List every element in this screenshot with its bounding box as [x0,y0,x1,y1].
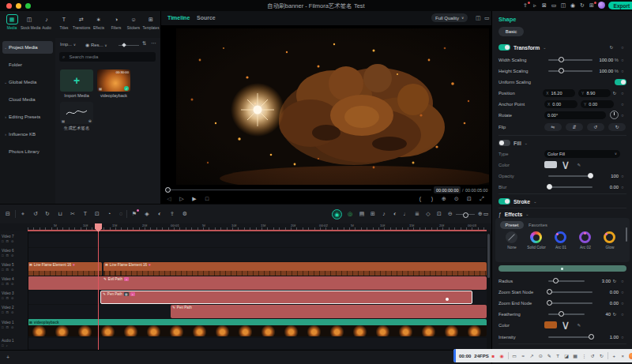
grid-view-icon[interactable]: ◫ [476,15,481,21]
upgrade-icon[interactable]: ⇪ [521,2,529,9]
preview-mode-icon[interactable]: ◉ [569,2,577,9]
tab-stickers[interactable]: ☺Stickers [125,14,142,30]
fullscreen-icon[interactable]: ⤢ [477,196,487,202]
crop-icon[interactable]: ⊡ [465,196,474,202]
track-header-video1[interactable]: Video 1□⊡⊙ [2,321,27,329]
zoom-out-icon[interactable]: ⊖ [446,211,455,217]
preset-arc-01[interactable] [555,231,566,243]
crop-tool-icon[interactable]: ⊡ [92,211,102,217]
height-scaling-slider[interactable] [548,70,592,72]
zoom-start-slider[interactable] [548,291,592,293]
anchor-y-field[interactable]: Y0.00 [581,100,614,108]
tab-titles[interactable]: TTitles [55,14,73,30]
scrubber-handle[interactable] [165,187,171,193]
tab-timeline[interactable]: Timeline [167,15,190,21]
intensity-slider[interactable] [548,336,592,338]
tab-stock-media[interactable]: ◫Stock Media [21,14,38,30]
search-bar[interactable]: ⌕ [59,52,156,62]
keyframe-icon[interactable]: ○ [619,102,626,107]
tab-effects[interactable]: ∗Effects [90,14,107,30]
clip-pen-path-2[interactable]: ✎Pen Path [171,305,487,318]
mask-icon[interactable]: ◐ [390,211,400,216]
tab-transitions[interactable]: ⇄Transitions [73,14,90,30]
fill-color-swatch[interactable] [544,161,557,168]
flip-horizontal-button[interactable]: ⇋ [544,123,562,131]
uniform-scaling-toggle[interactable] [615,79,626,85]
audio-icon[interactable]: ♪ [379,211,389,216]
text-tool-icon[interactable]: T [81,211,90,216]
keyframe-icon[interactable]: ○ [619,185,626,190]
search-input[interactable] [67,54,152,60]
keyframe-icon[interactable]: ○ [619,69,626,73]
more-icon[interactable]: ⋮ [580,353,589,358]
redo-icon[interactable]: ↻ [43,211,52,217]
mark-in-button[interactable]: ( [416,196,425,201]
track-header-video2[interactable]: Video 2□⊡⊙ [2,306,27,314]
thumbnail-size-slider[interactable] [118,45,139,46]
layout-icon[interactable]: ◫ [559,2,567,9]
keyframe-icon[interactable]: ◇ [423,211,433,217]
delete-icon[interactable]: ⊔ [55,211,65,217]
screen-view-icon[interactable]: ▭ [484,15,490,21]
apps-icon[interactable]: ⊞ [588,2,596,9]
recorder-drag-handle[interactable] [453,349,456,362]
mixer-icon[interactable]: ≣ [412,211,422,217]
prev-frame-button[interactable]: ◁ [164,196,174,202]
effect-color-swatch[interactable] [544,321,557,328]
recorder-logo[interactable] [629,353,632,359]
add-track-icon[interactable]: + [6,355,9,360]
sidebar-item-project-media[interactable]: ⌄Project Media [2,41,53,54]
mic-icon[interactable]: ♩ [401,211,411,216]
position-y-field[interactable]: Y8.90 [578,89,611,97]
keyframe-icon[interactable]: ○ [619,312,626,317]
preview-track-icon[interactable]: ▤ [357,211,367,217]
track-header-video6[interactable]: Video 6□⊡⊙ [2,249,27,257]
settings-icon[interactable]: ⚙ [180,211,190,217]
reset-icon[interactable]: ↻ [611,91,619,96]
preset-glow[interactable] [604,231,615,243]
rotate-dial[interactable] [610,111,619,119]
whiteboard-icon[interactable]: ▦ [571,353,580,358]
pen-icon[interactable]: ✎ [545,353,554,358]
width-scaling-slider[interactable] [548,59,592,61]
zoom-end-slider[interactable] [548,302,592,304]
track-header-audio1[interactable]: Audio 1□♪ [2,339,27,347]
keyframe-icon[interactable]: ○ [619,45,626,50]
export-clip-icon[interactable]: ⇪ [167,211,177,217]
select-tool-icon[interactable]: ⌖ [18,211,28,217]
eyedropper-icon[interactable]: ✎ [575,163,583,167]
track-header-video5[interactable]: Video 5□⊡⊙ [2,263,27,272]
keyframe-icon[interactable]: ○ [619,290,626,295]
plus-circle-icon[interactable]: ⊕ [88,118,92,123]
track-manager-icon[interactable]: ⊟ [3,211,13,217]
sidebar-item-global-media[interactable]: ⌄Global Media [2,76,53,88]
captions-icon[interactable]: ⊡ [434,211,444,217]
tab-filters[interactable]: ◑Filters [107,14,125,30]
keyframe-icon[interactable]: ○ [619,58,626,62]
record-button[interactable]: ◉ [498,353,506,358]
sidebar-item-folder[interactable]: Folder [2,58,53,71]
presets-scrollbar[interactable] [626,227,627,242]
mark-out-button[interactable]: ) [427,196,437,201]
keyframe-icon[interactable]: ○ [619,113,626,118]
snap-icon[interactable]: ◎ [345,211,355,217]
keyframe-icon[interactable]: ○ [619,174,626,178]
tab-preset[interactable]: Preset [500,221,524,229]
sort-icon[interactable]: ⇅ [142,41,146,47]
split-icon[interactable]: ✂ [68,211,77,217]
transform-toggle[interactable] [498,44,510,51]
flip-vertical-button[interactable]: ⇵ [566,123,583,131]
rotate-field[interactable]: 0.00° [544,111,606,119]
move-icon[interactable]: + [610,354,619,358]
pip-icon[interactable]: ⊞ [368,211,378,217]
preset-solid-color[interactable] [530,231,542,243]
import-media-tile[interactable]: + [60,69,93,92]
tab-audio[interactable]: ♪Audio [38,14,55,30]
fill-type-dropdown[interactable]: Color Fill∨ [544,150,620,158]
feedback-icon[interactable]: ⊠ [540,2,548,9]
rotate-ccw-button[interactable]: ↺ [587,123,604,131]
undo-icon[interactable]: ↺ [31,211,40,217]
auto-ripple-icon[interactable]: ◉ [332,209,342,220]
quality-dropdown[interactable]: Full Quality∨ [431,13,468,22]
tab-templates[interactable]: ⊞Templates [142,14,160,30]
